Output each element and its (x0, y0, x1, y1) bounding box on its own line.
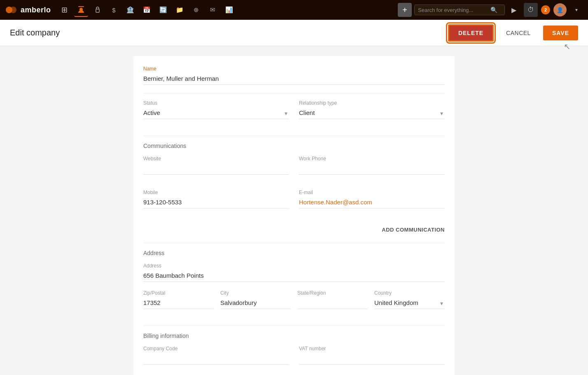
nav-dollar-icon[interactable]: $ (107, 3, 121, 17)
country-field-group: Country United Kingdom United States Ger… (374, 290, 445, 309)
avatar[interactable]: 👤 (553, 3, 567, 16)
header-actions: DELETE CANCEL SAVE (448, 24, 578, 42)
state-label: State/Region (297, 290, 368, 296)
nav-exchange-icon[interactable]: 🔄 (156, 3, 170, 17)
vat-number-label: VAT number (299, 346, 445, 352)
company-code-field-group: Company Code (143, 346, 289, 365)
billing-section-title: Billing information (143, 333, 445, 339)
zip-input[interactable] (143, 298, 214, 309)
svg-rect-2 (78, 6, 84, 7)
email-label: E-mail (299, 190, 445, 195)
mobile-field-group: Mobile (143, 190, 289, 209)
relationship-type-label: Relationship type (299, 100, 445, 106)
zip-label: Zip/Postal (143, 290, 214, 296)
search-input[interactable] (418, 7, 488, 13)
status-relationship-row: Status Active Inactive Relationship type… (143, 100, 445, 127)
vat-number-field-group: VAT number (299, 346, 445, 365)
country-select-wrapper[interactable]: United Kingdom United States Germany (374, 298, 445, 309)
nav-calendar-icon[interactable]: 📅 (140, 3, 154, 17)
vat-number-input[interactable] (299, 353, 445, 365)
save-button[interactable]: SAVE (543, 26, 578, 40)
form-section-main: Name Status Active Inactive Relationsh (133, 56, 455, 375)
name-input[interactable] (143, 73, 445, 85)
address-field-group: Address (143, 263, 445, 282)
add-communication-button[interactable]: ADD COMMUNICATION (143, 223, 445, 236)
nav-chart-icon[interactable]: 📊 (222, 3, 236, 17)
email-field-group: E-mail (299, 190, 445, 209)
work-phone-label: Work Phone (299, 156, 445, 162)
website-field-group: Website (143, 156, 289, 175)
page-title: Edit company (10, 28, 60, 38)
delete-button[interactable]: DELETE (448, 24, 494, 42)
nav-right-actions: ▶ ⏱ 2 👤 ▾ (507, 3, 583, 17)
top-navigation: amberlo ⊞ $ 🏦 📅 🔄 📁 ⊕ ✉ 📊 + 🔍 ▶ ⏱ 2 👤 ▾ (0, 0, 588, 20)
notification-badge[interactable]: 2 (541, 5, 550, 14)
nav-folder-icon[interactable]: 📁 (173, 3, 187, 17)
work-phone-field-group: Work Phone (299, 156, 445, 175)
mobile-input[interactable] (143, 197, 289, 209)
play-icon[interactable]: ▶ (507, 3, 520, 16)
nav-briefcase-icon[interactable] (91, 3, 105, 17)
status-field-group: Status Active Inactive (143, 100, 289, 119)
status-select[interactable]: Active Inactive (143, 108, 289, 119)
user-menu-chevron[interactable]: ▾ (570, 3, 583, 16)
country-label: Country (374, 290, 445, 296)
form-area: Name Status Active Inactive Relationsh (133, 46, 455, 375)
zip-field-group: Zip/Postal (143, 290, 214, 309)
address-label: Address (143, 263, 445, 269)
state-input[interactable] (297, 298, 368, 309)
search-bar[interactable]: 🔍 (414, 5, 505, 15)
logo-text: amberlo (21, 6, 51, 14)
timer-icon[interactable]: ⏱ (524, 3, 538, 17)
communications-section-title: Communications (143, 143, 445, 149)
address-section-title: Address (143, 250, 445, 256)
company-code-input[interactable] (143, 353, 289, 365)
country-select[interactable]: United Kingdom United States Germany (374, 298, 445, 309)
website-label: Website (143, 156, 289, 162)
website-workphone-row: Website Work Phone (143, 156, 445, 183)
status-select-wrapper[interactable]: Active Inactive (143, 108, 289, 119)
nav-target-icon[interactable]: ⊕ (189, 3, 203, 17)
address-input[interactable] (143, 270, 445, 282)
name-field-group: Name (143, 66, 445, 85)
email-input[interactable] (299, 197, 445, 209)
relationship-type-field-group: Relationship type Client Prospect (299, 100, 445, 119)
search-icon: 🔍 (490, 7, 497, 13)
cursor-icon: ↖ (564, 42, 571, 52)
name-label: Name (143, 66, 445, 72)
relationship-type-select[interactable]: Client Prospect (299, 108, 445, 119)
page-content: Edit company DELETE CANCEL SAVE ↖ Name S… (0, 20, 588, 375)
svg-point-1 (10, 7, 16, 13)
work-phone-input[interactable] (299, 163, 445, 175)
mobile-label: Mobile (143, 190, 289, 195)
nav-contacts-icon[interactable] (74, 3, 88, 17)
city-field-group: City (220, 290, 291, 309)
city-label: City (220, 290, 291, 296)
svg-rect-4 (96, 9, 99, 12)
edit-header: Edit company DELETE CANCEL SAVE ↖ (0, 20, 588, 46)
nav-mail-icon[interactable]: ✉ (206, 3, 220, 17)
nav-bank-icon[interactable]: 🏦 (124, 3, 138, 17)
status-label: Status (143, 100, 289, 106)
address-details-row: Zip/Postal City State/Region Country Uni… (143, 290, 445, 317)
relationship-type-select-wrapper[interactable]: Client Prospect (299, 108, 445, 119)
website-input[interactable] (143, 163, 289, 175)
app-logo[interactable]: amberlo (5, 3, 51, 16)
company-code-label: Company Code (143, 346, 289, 352)
billing-codes-row: Company Code VAT number (143, 346, 445, 373)
add-button[interactable]: + (398, 3, 412, 17)
nav-grid-icon[interactable]: ⊞ (58, 3, 72, 17)
state-field-group: State/Region (297, 290, 368, 309)
city-input[interactable] (220, 298, 291, 309)
mobile-email-row: Mobile E-mail (143, 190, 445, 217)
cancel-button[interactable]: CANCEL (499, 26, 538, 40)
